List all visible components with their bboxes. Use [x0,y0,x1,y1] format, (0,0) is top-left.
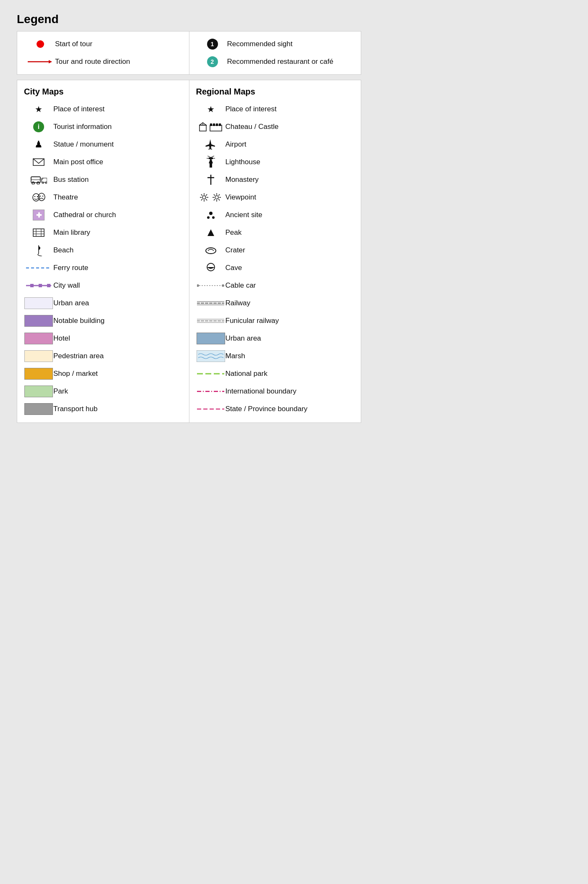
svg-point-71 [222,284,224,287]
national-park-label: National park [226,369,357,378]
top-left: Start of tour Tour and route direction [17,31,189,74]
red-dot-icon [26,40,55,48]
legend-container: Legend Start of tour Tour and route dire… [8,8,370,431]
top-right: 1 Recommended sight 2 Recommended restau… [189,31,361,74]
list-item: Funicular railway [196,314,357,328]
list-item: ♟ Statue / monument [24,138,185,151]
hotel-label: Hotel [53,334,185,343]
notable-building-icon [24,315,53,327]
list-item: ★ Place of interest [24,102,185,116]
list-item: Chateau / Castle [196,120,357,134]
list-item: Shop / market [24,367,185,380]
list-item: Lighthouse [196,155,357,169]
viewpoint-label: Viewpoint [226,193,357,202]
svg-rect-28 [200,125,206,131]
list-item: Airport [196,138,357,151]
cable-car-icon [196,283,226,289]
city-wall-icon [24,283,53,289]
list-item: Ferry route [24,261,185,275]
marsh-label: Marsh [226,352,357,361]
list-item: 1 Recommended sight [198,37,353,51]
peak-icon [196,228,226,237]
list-item: Crater [196,244,357,257]
list-item: Theatre [24,191,185,204]
shop-market-label: Shop / market [53,369,185,378]
svg-marker-66 [207,229,214,236]
svg-rect-34 [216,123,218,126]
airport-icon [196,138,226,151]
beach-label: Beach [53,246,185,255]
list-item: Main post office [24,155,185,169]
list-item: Beach [24,244,185,257]
svg-rect-16 [33,229,44,236]
theatre-icon [24,192,53,202]
theatre-label: Theatre [53,193,185,202]
regional-maps-panel: Regional Maps ★ Place of interest [189,80,362,423]
svg-line-51 [206,199,207,200]
list-item: i Tourist information [24,120,185,134]
library-label: Main library [53,228,185,237]
urban-area-city-label: Urban area [53,299,185,308]
transport-hub-label: Transport hub [53,404,185,414]
list-item: Railway [196,296,357,310]
pedestrian-area-icon [24,350,53,362]
funicular-icon [196,318,226,324]
tourist-info-label: Tourist information [53,122,185,131]
list-item: Pedestrian area [24,349,185,363]
intl-boundary-icon [196,388,226,394]
svg-rect-4 [31,177,40,180]
start-of-tour-label: Start of tour [55,39,181,49]
list-item: Transport hub [24,402,185,416]
library-icon [24,227,53,238]
svg-point-67 [206,248,216,254]
monastery-label: Monastery [226,175,357,184]
railway-icon [196,300,226,306]
list-item: Cable car [196,279,357,292]
park-label: Park [53,387,185,396]
svg-line-62 [214,199,215,200]
hotel-icon [24,333,53,344]
crater-label: Crater [226,246,357,255]
list-item: National park [196,367,357,380]
list-item: State / Province boundary [196,402,357,416]
ferry-route-label: Ferry route [53,263,185,273]
list-item: International boundary [196,385,357,398]
recommended-sight-label: Recommended sight [227,39,353,49]
cable-car-label: Cable car [226,281,357,290]
urban-area-city-icon [24,297,53,309]
peak-label: Peak [226,228,357,237]
list-item: 2 Recommended restaurant or café [198,55,353,68]
list-item: City wall [24,279,185,292]
top-section: Start of tour Tour and route direction 1… [17,31,361,75]
svg-point-12 [37,196,38,197]
ancient-site-icon [196,210,226,220]
svg-line-39 [207,156,211,157]
marsh-icon [196,350,226,362]
post-office-icon [24,158,53,166]
svg-point-6 [37,182,39,184]
list-item: Ancient site [196,208,357,222]
svg-point-69 [197,284,199,287]
national-park-icon [196,371,226,377]
list-item: ★ Place of interest [196,102,357,116]
svg-line-50 [201,194,202,196]
list-item: Urban area [196,332,357,345]
svg-rect-35 [219,123,221,126]
state-boundary-icon [196,406,226,412]
ferry-route-icon [24,266,53,270]
svg-point-15 [42,196,43,197]
svg-rect-33 [213,123,215,126]
list-item: Viewpoint [196,191,357,204]
bus-station-label: Bus station [53,175,185,184]
castle-label: Chateau / Castle [226,122,357,131]
legend-title: Legend [17,13,361,26]
svg-rect-36 [210,163,212,168]
svg-point-11 [34,196,35,197]
list-item: Hotel [24,332,185,345]
funicular-label: Funicular railway [226,316,357,325]
list-item: Start of tour [26,37,181,51]
recommended-restaurant-icon: 2 [198,56,227,67]
recommended-sight-icon: 1 [198,39,227,50]
urban-area-regional-icon [196,333,226,344]
regional-place-interest-icon: ★ [196,104,226,114]
